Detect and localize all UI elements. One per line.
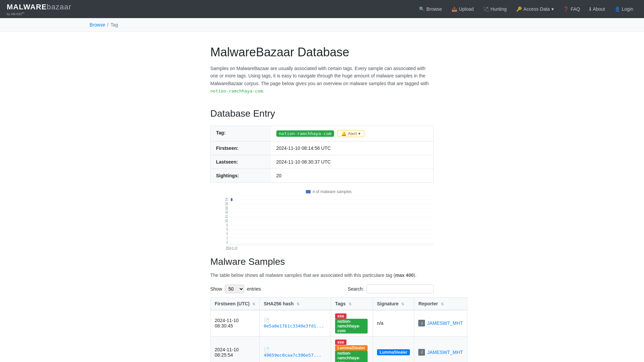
alert-caret: ▾	[358, 131, 361, 136]
cell-sha256: 📄0e5a0e17b1c3340e3fd1...	[260, 310, 331, 337]
chart-data-point	[231, 198, 232, 201]
nav-upload[interactable]: 📤 Upload	[447, 4, 478, 14]
login-icon: 👤	[614, 6, 620, 12]
navbar: MALWAREbazaar by ABUSE|ch 🔍 Browse 📤 Upl…	[0, 0, 644, 18]
svg-text:2: 2	[226, 236, 228, 240]
db-entry-title: Database Entry	[210, 108, 434, 119]
nav-browse[interactable]: 🔍 Browse	[415, 4, 446, 14]
cell-signature: LummaStealer	[373, 336, 414, 362]
max-label: max 400	[395, 273, 414, 278]
breadcrumb-browse[interactable]: Browse	[90, 22, 105, 27]
breadcrumb-area: Browse / Tag	[0, 18, 644, 32]
col-reporter[interactable]: Reporter ⇅	[414, 297, 467, 310]
table-row: 2024-11-10 08:25:54📄49659ec0caa7c396e57.…	[211, 336, 467, 362]
sort-tags-icon: ⇅	[348, 302, 352, 306]
page-title: MalwareBazaar Database	[210, 45, 434, 59]
nav-upload-label: Upload	[459, 6, 474, 12]
col-tags-label: Tags	[335, 301, 346, 306]
nav-browse-label: Browse	[426, 6, 442, 12]
reporter-avatar: J	[418, 320, 425, 326]
reporter-link[interactable]: JJAMESWT_MHT	[418, 349, 463, 356]
nav-login-label: Login	[622, 6, 633, 12]
tag-pill: notion-ramchhaya-com	[335, 351, 368, 362]
cell-signature: n/a	[373, 310, 414, 337]
entries-select[interactable]: 10 25 50 100	[225, 285, 244, 293]
nav-faq[interactable]: ❓ FAQ	[559, 4, 584, 14]
brand-logo[interactable]: MALWAREbazaar by ABUSE|ch	[7, 3, 71, 16]
chart-container: # of malware samples 20 18 16 14 12 10 8…	[210, 189, 434, 243]
tag-badge: notion-ramchhaya-com	[276, 130, 334, 137]
table-row: Firstseen: 2024-11-10 08:14:56 UTC	[211, 141, 434, 155]
sort-reporter-icon: ⇅	[441, 302, 444, 306]
tag-link-inline[interactable]: notion-ramchhaya-com	[210, 88, 263, 94]
breadcrumb: Browse / Tag	[90, 22, 554, 27]
reporter-name: JAMESWT_MHT	[427, 350, 463, 355]
nav-hunting[interactable]: 🏹 Hunting	[479, 4, 511, 14]
tag-pill: notion-ramchhaya-com	[335, 319, 368, 334]
nav-access-data[interactable]: 🔑 Access Data ▾	[512, 4, 558, 14]
nav-login[interactable]: 👤 Login	[610, 4, 637, 14]
cell-firstseen: 2024-11-10 08:25:54	[211, 336, 260, 362]
page-desc-2: .	[263, 88, 264, 94]
tag-value-cell: notion-ramchhaya-com 🔔 Alert ▾	[271, 126, 434, 141]
main-content: MalwareBazaar Database Samples on Malwar…	[121, 32, 523, 362]
access-data-icon: 🔑	[516, 6, 522, 12]
cell-tags: exenotion-ramchhaya-com	[331, 310, 373, 337]
samples-desc-end: ).	[414, 273, 417, 278]
malware-samples-desc: The table below shows all malware sample…	[210, 273, 434, 278]
col-tags[interactable]: Tags ⇅	[331, 297, 373, 310]
show-entries: Show 10 25 50 100 entries	[210, 285, 261, 293]
cell-reporter: JJAMESWT_MHT	[414, 310, 467, 337]
show-label: Show	[210, 286, 222, 292]
reporter-avatar: J	[418, 349, 425, 356]
alert-button[interactable]: 🔔 Alert ▾	[337, 130, 364, 137]
file-type-icon: 📄	[264, 318, 269, 323]
sort-sig-icon: ⇅	[401, 302, 404, 306]
svg-text:2024-11-10: 2024-11-10	[226, 246, 237, 250]
col-firstseen-label: Firstseen (UTC)	[215, 301, 250, 306]
sha256-link[interactable]: 49659ec0caa7c396e57...	[264, 353, 321, 358]
col-signature[interactable]: Signature ⇅	[373, 297, 414, 310]
svg-text:6: 6	[226, 227, 228, 232]
chart-legend: # of malware samples	[224, 189, 434, 194]
sightings-label-cell: Sightings:	[211, 169, 271, 182]
samples-desc-1: The table below shows all malware sample…	[210, 273, 395, 278]
page-desc-1: Samples on MalwareBazaar are usually ass…	[210, 66, 429, 86]
firstseen-label-cell: Firstseen:	[211, 141, 271, 155]
sightings-value-cell: 20	[271, 169, 434, 182]
cell-firstseen: 2024-11-10 08:30:45	[211, 310, 260, 337]
filetype-pill: exe	[335, 313, 346, 319]
alert-btn-label: Alert	[348, 131, 357, 136]
svg-text:12: 12	[225, 214, 228, 219]
nav-links: 🔍 Browse 📤 Upload 🏹 Hunting 🔑 Access Dat…	[415, 4, 637, 14]
reporter-name: JAMESWT_MHT	[427, 320, 463, 326]
table-header-row: Firstseen (UTC) ⇅ SHA256 hash ⇅ Tags ⇅ S…	[211, 297, 467, 310]
brand-malware: MALWARE	[7, 3, 47, 11]
table-controls: Show 10 25 50 100 entries Search:	[210, 285, 434, 293]
col-sha256[interactable]: SHA256 hash ⇅	[260, 297, 331, 310]
reporter-link[interactable]: JJAMESWT_MHT	[418, 320, 463, 326]
lastseen-value-cell: 2024-11-10 08:30:37 UTC	[271, 155, 434, 169]
about-icon: ℹ	[589, 6, 591, 12]
brand-bazaar: bazaar	[47, 3, 71, 11]
sha256-link[interactable]: 0e5a0e17b1c3340e3fd1...	[264, 323, 324, 328]
breadcrumb-separator: /	[107, 22, 109, 27]
nav-hunting-label: Hunting	[490, 6, 506, 12]
sort-firstseen-icon: ⇅	[252, 302, 255, 306]
table-row: Lastseen: 2024-11-10 08:30:37 UTC	[211, 155, 434, 169]
nav-about[interactable]: ℹ About	[585, 4, 609, 14]
upload-icon: 📤	[451, 6, 457, 12]
access-data-caret: ▾	[551, 6, 554, 12]
col-firstseen[interactable]: Firstseen (UTC) ⇅	[211, 297, 260, 310]
malware-samples-title: Malware Samples	[210, 256, 434, 267]
nav-access-data-label: Access Data	[524, 6, 550, 12]
browse-icon: 🔍	[419, 6, 425, 12]
chart-legend-color	[306, 190, 311, 193]
firstseen-value-cell: 2024-11-10 08:14:56 UTC	[271, 141, 434, 155]
cell-sha256: 📄49659ec0caa7c396e57...	[260, 336, 331, 362]
page-description: Samples on MalwareBazaar are usually ass…	[210, 65, 434, 95]
table-row: Tag: notion-ramchhaya-com 🔔 Alert ▾	[211, 126, 434, 141]
search-input[interactable]	[367, 285, 434, 293]
col-signature-label: Signature	[377, 301, 399, 306]
search-label: Search:	[348, 286, 364, 292]
